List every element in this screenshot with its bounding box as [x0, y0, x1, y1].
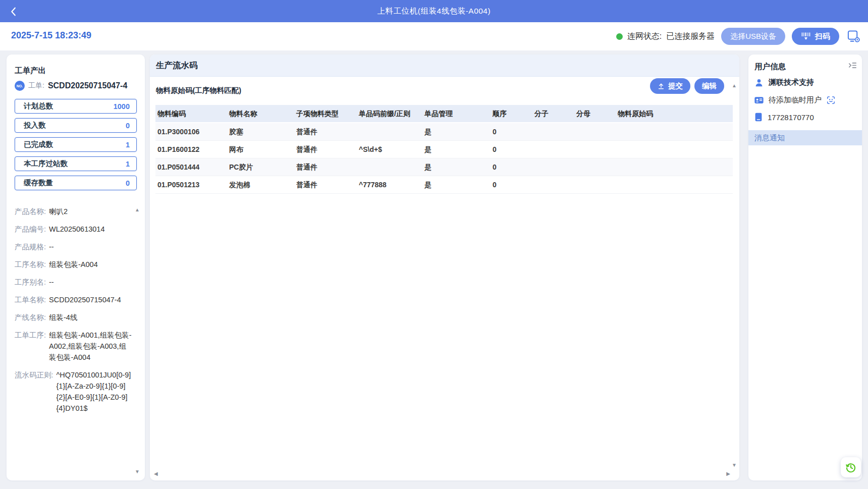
cell-denominator	[574, 158, 616, 176]
stat-value: 1	[126, 141, 130, 149]
cell-unit-managed: 是	[422, 158, 491, 176]
cell-unit-managed: 是	[422, 176, 491, 193]
cell-sequence: 0	[491, 123, 532, 140]
cell-material-code: 01.P0501213	[155, 176, 227, 193]
panel-collapse-icon[interactable]	[848, 62, 857, 71]
id-card-icon	[754, 96, 764, 104]
select-usb-device-button[interactable]: 选择USB设备	[721, 28, 785, 45]
cell-numerator	[532, 176, 574, 193]
field-label: 工单工序:	[15, 330, 46, 363]
field-order-processes: 工单工序: 组装包装-A001,组装包装-A002,组装包装-A003,组装包装…	[15, 330, 132, 363]
scroll-right-icon[interactable]: ▶	[726, 471, 730, 476]
field-value: 组装-4线	[49, 312, 132, 323]
device-settings-icon	[847, 30, 860, 43]
field-label: 工单名称:	[15, 294, 46, 305]
col-numerator: 分子	[532, 105, 574, 122]
history-button[interactable]	[841, 457, 861, 477]
cell-denominator	[574, 176, 616, 193]
table-row[interactable]: 01.P0501213 发泡棉 普通件 ^777888 是 0	[155, 176, 733, 194]
scroll-down-icon[interactable]: ▼	[732, 462, 737, 468]
stat-value: 1000	[114, 102, 130, 111]
stat-planned-total: 计划总数 1000	[15, 99, 137, 114]
left-panel-title: 工单产出	[15, 66, 46, 76]
field-value: 喇叭2	[49, 206, 132, 217]
scan-code-button[interactable]: 扫码	[792, 28, 839, 45]
screen: 上料工位机(组装4线包装-A004) 2025-7-15 18:23:49 连网…	[0, 0, 868, 489]
collapse-up-icon[interactable]: ▲	[135, 207, 140, 212]
cell-material-origin-code	[616, 141, 733, 158]
field-value: --	[49, 241, 132, 252]
main-panel-header: 生产流水码	[150, 55, 739, 77]
material-table: 物料编码 物料名称 子项物料类型 单品码前缀/正则 单品管理 顺序 分子 分母 …	[155, 105, 733, 194]
cell-numerator	[532, 123, 574, 140]
top-bar: 上料工位机(组装4线包装-A004)	[0, 0, 868, 22]
cell-code-prefix-regex	[357, 158, 422, 176]
field-label: 工序别名:	[15, 277, 46, 288]
phone-number: 17728170770	[768, 113, 814, 122]
back-button[interactable]	[6, 4, 21, 19]
network-status-value: 已连接服务器	[666, 31, 715, 42]
field-process-alias: 工序别名: --	[15, 277, 132, 288]
field-value: 组装包装-A001,组装包装-A002,组装包装-A003,组装包装-A004	[49, 330, 132, 363]
cell-code-prefix-regex	[357, 123, 422, 140]
stat-input-count: 投入数 0	[15, 118, 137, 133]
cell-sequence: 0	[491, 158, 532, 176]
cell-material-name: 发泡棉	[227, 176, 294, 193]
cell-code-prefix-regex: ^S\d+$	[357, 141, 422, 158]
submit-button[interactable]: 提交	[650, 78, 690, 94]
table-row[interactable]: 01.P3000106 胶塞 普通件 是 0	[155, 123, 733, 141]
status-dot	[616, 33, 623, 40]
sub-header: 2025-7-15 18:23:49 连网状态: 已连接服务器 选择USB设备 …	[0, 22, 868, 50]
cell-denominator	[574, 123, 616, 140]
table-row[interactable]: 01.P1600122 网布 普通件 ^S\d+$ 是 0	[155, 141, 733, 158]
stat-value: 0	[126, 122, 130, 130]
field-value: --	[49, 277, 132, 288]
scroll-up-icon[interactable]: ▲	[732, 83, 737, 88]
cell-material-name: 胶塞	[227, 123, 294, 140]
cell-unit-managed: 是	[422, 141, 491, 158]
face-scan-icon[interactable]	[827, 96, 835, 104]
stat-label: 缓存数量	[24, 178, 53, 188]
order-number-badge-icon: NO.	[15, 81, 25, 91]
select-usb-device-label: 选择USB设备	[730, 32, 776, 41]
scan-code-label: 扫码	[815, 32, 830, 41]
table-row[interactable]: 01.P0501444 PC胶片 普通件 是 0	[155, 158, 733, 176]
cell-material-code: 01.P3000106	[155, 123, 227, 140]
device-settings-button[interactable]	[846, 29, 861, 44]
cell-unit-managed: 是	[422, 123, 491, 140]
field-label: 流水码正则:	[15, 369, 53, 414]
cell-material-name: 网布	[227, 141, 294, 158]
collapse-down-icon[interactable]: ▼	[135, 469, 140, 474]
cell-material-origin-code	[616, 176, 733, 193]
stat-label: 投入数	[24, 121, 46, 130]
user-name: 渊联技术支持	[769, 78, 814, 87]
col-subitem-type: 子项物料类型	[294, 105, 357, 122]
field-label: 产品名称:	[15, 206, 46, 217]
work-order-output-panel: 工单产出 NO. 工单: SCDD20250715047-4 计划总数 1000…	[7, 55, 145, 480]
field-line-name: 产线名称: 组装-4线	[15, 312, 132, 323]
order-value: SCDD20250715047-4	[48, 81, 127, 90]
cell-sequence: 0	[491, 141, 532, 158]
header-right-group: 连网状态: 已连接服务器 选择USB设备 扫码	[616, 22, 861, 50]
phone-row: 17728170770	[754, 113, 814, 122]
field-product-code: 产品编号: WL20250613014	[15, 224, 132, 235]
user-info-title: 用户信息	[754, 62, 786, 72]
field-label: 产线名称:	[15, 312, 46, 323]
edit-label: 编辑	[702, 82, 717, 90]
edit-button[interactable]: 编辑	[694, 78, 724, 94]
user-row: 渊联技术支持	[754, 78, 814, 87]
cell-material-code: 01.P0501444	[155, 158, 227, 176]
stat-label: 本工序过站数	[24, 159, 68, 169]
stat-cache-count: 缓存数量 0	[15, 176, 137, 190]
field-value: WL20250613014	[49, 224, 132, 235]
col-sequence: 顺序	[491, 105, 532, 122]
message-notification-item[interactable]: 消息通知	[748, 130, 862, 145]
field-label: 工序名称:	[15, 259, 46, 270]
field-product-spec: 产品规格: --	[15, 241, 132, 252]
order-label: 工单:	[28, 81, 44, 90]
cell-material-origin-code	[616, 158, 733, 176]
scroll-left-icon[interactable]: ◀	[154, 471, 158, 476]
stat-value: 0	[126, 179, 130, 187]
temp-user-label: 待添加临时用户	[769, 95, 822, 105]
cell-material-origin-code	[616, 123, 733, 140]
